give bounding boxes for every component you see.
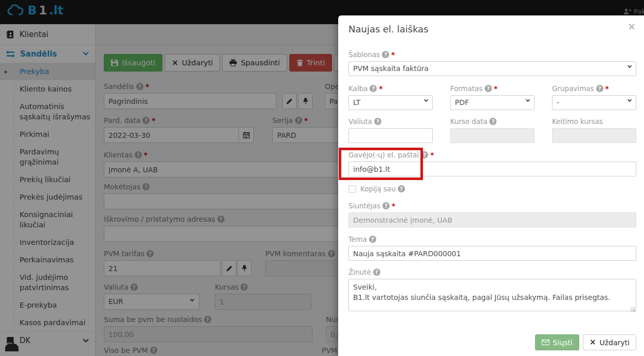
grupavimas-label: Grupavimas?	[552, 84, 636, 93]
modal-valiuta-input[interactable]	[348, 128, 433, 143]
help-icon[interactable]: ?	[369, 236, 376, 243]
send-button[interactable]: Siųsti	[535, 334, 579, 350]
zinute-textarea[interactable]: Sveiki, B1.lt vartotojas siunčia sąskait…	[348, 279, 636, 311]
help-icon[interactable]: ?	[398, 185, 405, 192]
gavejo-el-pastai-input[interactable]	[348, 162, 636, 176]
new-email-modal: Naujas el. laiškas × Šablonas? PVM sąska…	[338, 15, 644, 356]
gavejo-el-pastai-label: Gavėjo(-ų) el. paštai?	[348, 151, 636, 159]
help-icon[interactable]: ?	[382, 51, 389, 58]
modal-footer: Siųsti × Uždaryti	[535, 334, 636, 350]
help-icon[interactable]: ?	[382, 202, 390, 209]
formatas-selected-value: PDF	[455, 98, 469, 106]
close-x-icon: ×	[590, 339, 596, 346]
kurso-data-label: Kurso data?	[450, 117, 535, 126]
resize-grip-icon[interactable]	[631, 307, 635, 312]
zinute-label: Žinutė?	[348, 268, 636, 276]
help-icon[interactable]: ?	[421, 151, 428, 158]
chevron-down-icon	[424, 98, 428, 102]
formatas-label: Formatas?	[450, 84, 535, 93]
grupavimas-selected-value: -	[557, 98, 559, 106]
help-icon[interactable]: ?	[489, 118, 496, 125]
help-icon[interactable]: ?	[373, 269, 380, 276]
required-asterisk	[379, 84, 382, 93]
kurso-data-input	[450, 128, 535, 143]
modal-valiuta-label: Valiuta?	[348, 117, 433, 126]
envelope-icon	[542, 340, 549, 345]
keitimo-kursas-input	[552, 128, 636, 143]
sablonas-select[interactable]: PVM sąskaita faktūra	[348, 61, 636, 76]
kopija-sau-checkbox[interactable]	[348, 185, 356, 193]
sablonas-selected-value: PVM sąskaita faktūra	[353, 64, 429, 73]
tema-input[interactable]	[348, 246, 636, 261]
app-root: B1.lt Pak Klientai Sandėlis Prekyba Klie…	[0, 0, 644, 356]
grupavimas-select[interactable]: -	[552, 95, 636, 110]
sablonas-label: Šablonas?	[348, 50, 636, 59]
help-icon[interactable]: ?	[596, 85, 603, 92]
help-icon[interactable]: ?	[374, 118, 381, 125]
chevron-down-icon	[526, 98, 530, 102]
tema-label: Tema?	[348, 235, 636, 243]
kalba-selected-value: LT	[353, 98, 360, 106]
modal-close-icon[interactable]: ×	[628, 22, 636, 31]
kopija-sau-label: Kopiją sau?	[360, 185, 405, 193]
kalba-select[interactable]: LT	[348, 95, 433, 110]
siuntejas-input	[348, 212, 636, 227]
modal-close-button[interactable]: × Uždaryti	[583, 334, 636, 350]
help-icon[interactable]: ?	[370, 85, 377, 92]
required-asterisk	[392, 202, 395, 210]
modal-title: Naujas el. laiškas	[348, 24, 428, 34]
send-button-label: Siųsti	[553, 339, 573, 347]
chevron-down-icon	[628, 98, 632, 102]
siuntejas-label: Siuntėjas?	[348, 202, 636, 210]
help-icon[interactable]: ?	[485, 85, 492, 92]
required-asterisk	[430, 151, 434, 159]
required-asterisk	[494, 84, 498, 93]
chevron-down-icon	[628, 64, 632, 68]
required-asterisk	[391, 50, 395, 59]
kalba-label: Kalba?	[348, 84, 433, 93]
required-asterisk	[605, 84, 609, 93]
modal-close-button-label: Uždaryti	[600, 339, 630, 347]
formatas-select[interactable]: PDF	[450, 95, 535, 110]
keitimo-kursas-label: Keitimo kursas	[552, 117, 636, 126]
